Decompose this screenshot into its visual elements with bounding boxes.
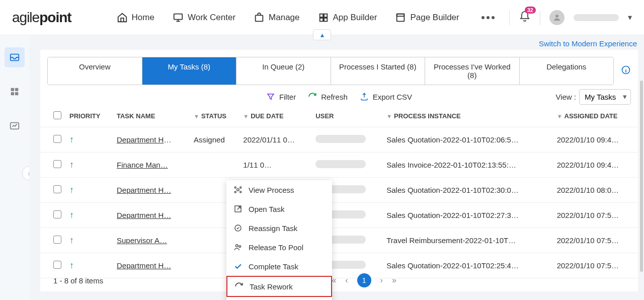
nav-more-icon[interactable] [481,16,495,19]
nav-workcenter[interactable]: Work Center [173,12,235,23]
cell-process: Sales Invoice-2022-01-10T02:13:55:… [382,153,552,178]
table-row[interactable]: ↑ Department H… 1/11 0… Sales Quotation-… [40,203,638,228]
filter-button[interactable]: Filter [266,92,296,101]
sidebar: › [0,35,29,300]
filter-icon[interactable]: ▼ [386,113,392,119]
tab-processes-worked[interactable]: Processes I've Worked (8) [425,57,520,85]
sidebar-item-apps[interactable] [5,82,25,102]
task-name-link[interactable]: Department H… [117,261,171,270]
menu-reassign-task[interactable]: Reassign Task [226,218,332,238]
user-redacted [315,135,366,143]
task-name-link[interactable]: Department H… [117,186,171,194]
scrollbar[interactable] [640,81,643,272]
task-name-link[interactable]: Supervisor A… [117,236,167,245]
menu-open-task[interactable]: Open Task [226,199,332,218]
menu-release-pool[interactable]: Release To Pool [226,238,332,257]
priority-icon: ↑ [69,160,74,170]
cell-process: Sales Quotation-2022-01-10T02:30:0… [382,178,552,203]
pager: « ‹ 1 › » [332,273,396,287]
col-process[interactable]: ▼PROCESS INSTANCE [382,105,552,127]
cell-assigned: 2022/01/10 09:4… [553,127,638,153]
filter-icon[interactable]: ▼ [243,113,249,119]
task-name-link[interactable]: Department H… [117,211,171,219]
items-count: 1 - 8 of 8 items [53,276,103,285]
collapse-header-button[interactable]: ▴ [313,29,331,40]
cell-assigned: 2022/01/10 08:0… [553,178,638,203]
menu-view-process[interactable]: View Process [226,180,332,199]
priority-icon: ↑ [69,235,74,245]
col-status[interactable]: ▼STATUS [190,105,239,127]
row-checkbox[interactable] [53,160,61,168]
tab-overview[interactable]: Overview [48,57,142,85]
menu-create-linked[interactable]: Create Linked Work Item [226,297,332,300]
task-name-link[interactable]: Department Head … [117,135,172,144]
nav-appbuilder[interactable]: App Builder [318,12,377,23]
svg-rect-4 [319,18,323,21]
tab-inqueue[interactable]: In Queue (2) [236,57,331,85]
nav-manage[interactable]: Manage [254,12,299,23]
svg-point-20 [240,191,242,193]
row-checkbox[interactable] [53,210,61,218]
select-all-checkbox[interactable] [53,111,61,119]
refresh-button[interactable]: Refresh [308,92,348,101]
sidebar-item-inbox[interactable] [5,47,25,67]
sidebar-item-reports[interactable] [5,116,25,136]
row-checkbox[interactable] [53,261,61,269]
col-priority[interactable]: PRIORITY [65,105,113,127]
cell-assigned: 2022/01/10 07:5… [553,228,638,253]
col-user[interactable]: USER [311,105,382,127]
svg-point-16 [237,189,239,191]
nav-home[interactable]: Home [117,12,154,23]
row-checkbox[interactable] [53,185,61,193]
cell-assigned: 2022/01/10 07:5… [553,203,638,228]
cell-status: Assigned [190,127,239,153]
svg-rect-7 [397,14,405,16]
cell-assigned: 2022/01/10 09:4… [553,153,638,178]
cell-process: Sales Quotation-2022-01-10T02:27:3… [382,203,552,228]
col-due-date[interactable]: ▼DUE DATE [239,105,311,127]
svg-rect-5 [324,18,327,21]
cell-status [190,153,239,178]
pager-prev[interactable]: ‹ [345,276,348,285]
export-button[interactable]: Export CSV [360,92,412,101]
avatar[interactable] [549,10,565,25]
user-redacted [315,160,366,168]
priority-icon: ↑ [69,185,74,195]
view-select[interactable]: My Tasks [579,89,631,105]
svg-point-17 [234,187,236,188]
menu-complete-task[interactable]: Complete Task [226,257,332,276]
pager-last[interactable]: » [392,276,396,285]
menu-task-rework[interactable]: Task Rework [226,276,332,297]
table-row[interactable]: ↑ Department H… 1/11 0… Sales Quotation-… [40,178,638,203]
chevron-down-icon[interactable]: ▾ [628,13,632,22]
svg-point-8 [555,15,558,18]
col-task-name[interactable]: TASK NAME [113,105,190,127]
col-assigned[interactable]: ▼ASSIGNED DATE [553,105,638,127]
tab-delegations[interactable]: Delegations [520,57,614,85]
svg-rect-11 [15,88,18,91]
priority-icon: ↑ [69,210,74,220]
table-row[interactable]: ↑ Finance Man… 1/11 0… Sales Invoice-202… [40,153,638,178]
svg-point-19 [234,191,236,193]
tab-mytasks[interactable]: My Tasks (8) [142,57,237,85]
filter-icon[interactable]: ▼ [557,113,562,119]
info-icon[interactable] [621,65,631,77]
main-nav: Home Work Center Manage App Builder Page… [117,12,509,23]
filter-icon[interactable]: ▼ [194,113,199,119]
cell-due: 2022/01/11 0… [239,127,311,153]
row-checkbox[interactable] [53,135,61,143]
priority-icon: ↑ [69,260,74,270]
task-name-link[interactable]: Finance Man… [117,161,168,169]
row-checkbox[interactable] [53,236,61,244]
tasks-table: PRIORITY TASK NAME ▼STATUS ▼DUE DATE USE… [40,105,638,278]
table-row[interactable]: ↑ Department Head … Assigned 2022/01/11 … [40,127,638,153]
cell-process: Sales Quotation-2022-01-10T02:06:5… [382,127,552,153]
svg-rect-2 [319,14,323,17]
nav-pagebuilder[interactable]: Page Builder [395,12,459,23]
svg-rect-12 [11,92,14,95]
switch-experience-link[interactable]: Switch to Modern Experience [29,35,644,50]
table-row[interactable]: ↑ Supervisor A… 1/11 0… Travel Reimburse… [40,228,638,253]
notifications-icon[interactable]: 32 [519,11,531,25]
pager-first[interactable]: « [332,276,336,285]
tab-processes-started[interactable]: Processes I Started (8) [331,57,426,85]
